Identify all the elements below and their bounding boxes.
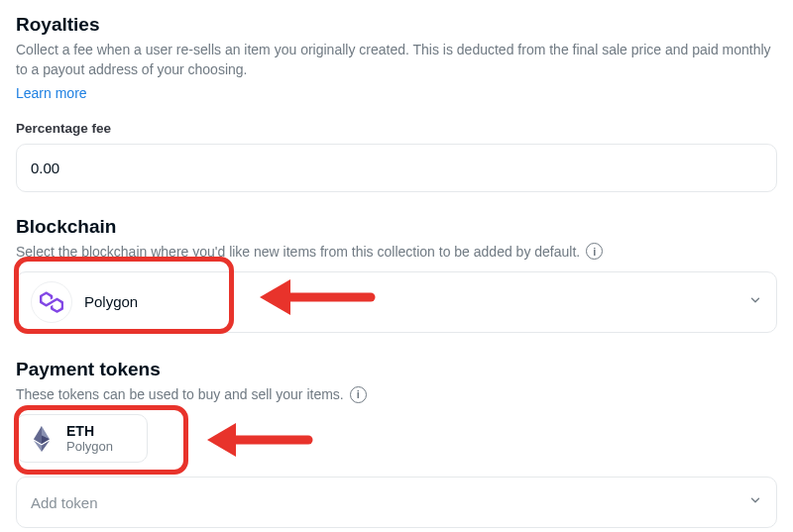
blockchain-section: Blockchain Select the blockchain where y… — [16, 216, 777, 333]
chevron-down-icon — [748, 493, 762, 511]
payment-tokens-title: Payment tokens — [16, 359, 777, 380]
royalties-section: Royalties Collect a fee when a user re-s… — [16, 14, 777, 192]
add-token-placeholder: Add token — [31, 494, 98, 511]
chevron-down-icon — [748, 293, 762, 311]
token-network: Polygon — [66, 439, 113, 454]
polygon-icon — [31, 281, 72, 323]
blockchain-title: Blockchain — [16, 216, 777, 238]
info-icon[interactable]: i — [350, 386, 367, 403]
payment-token-chip[interactable]: ETH Polygon — [16, 414, 148, 463]
payment-tokens-description: These tokens can be used to buy and sell… — [16, 384, 344, 404]
blockchain-selected-label: Polygon — [84, 293, 138, 310]
percentage-fee-input[interactable] — [16, 144, 777, 192]
percentage-fee-label: Percentage fee — [16, 121, 777, 136]
blockchain-select[interactable]: Polygon — [16, 271, 777, 333]
token-symbol: ETH — [66, 423, 113, 439]
royalties-title: Royalties — [16, 14, 777, 36]
eth-icon — [27, 424, 57, 454]
add-token-select[interactable]: Add token — [16, 477, 777, 528]
payment-tokens-section: Payment tokens These tokens can be used … — [16, 359, 777, 528]
blockchain-description: Select the blockchain where you'd like n… — [16, 242, 580, 262]
info-icon[interactable]: i — [586, 243, 603, 260]
royalties-description: Collect a fee when a user re-sells an it… — [16, 40, 777, 80]
learn-more-link[interactable]: Learn more — [16, 85, 87, 101]
